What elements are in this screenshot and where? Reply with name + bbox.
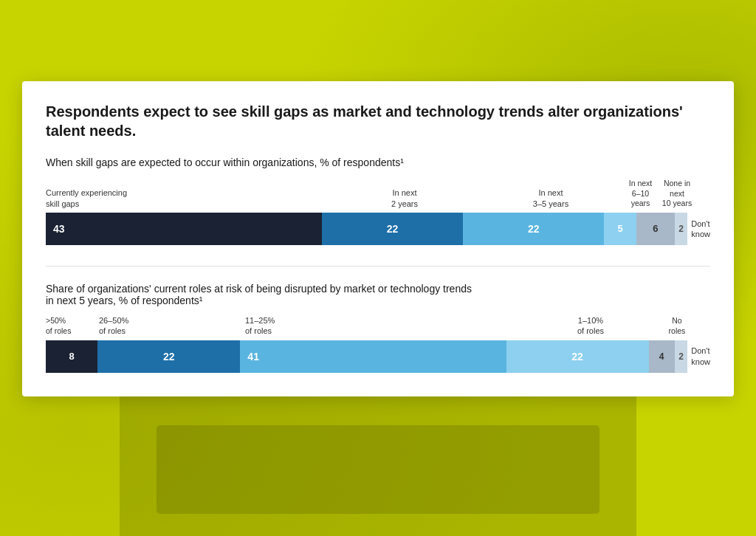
- chart2-bar: 8 22 41 22 4 2 Don't know: [46, 340, 710, 373]
- chart2-seg-1: 22: [97, 340, 240, 373]
- chart1-seg-0: 43: [46, 213, 322, 245]
- bg-keyboard: [157, 425, 599, 514]
- chart2-seg-3: 22: [506, 340, 649, 373]
- chart2-col-labels: >50% of roles 26–50% of roles 11–25% of …: [46, 315, 710, 337]
- chart2-label-2: 11–25% of roles: [245, 315, 518, 337]
- chart1-label-4: None in next 10 years: [657, 179, 697, 209]
- chart1-label-1: In next 2 years: [331, 188, 478, 209]
- section-divider: [46, 266, 710, 267]
- chart2-dont-know-label: Don't know: [691, 340, 710, 373]
- chart1-seg-4: 6: [636, 213, 675, 245]
- card: Respondents expect to see skill gaps as …: [22, 81, 734, 396]
- chart1-section: When skill gaps are expected to occur wi…: [46, 157, 710, 245]
- chart2-section-title: Share of organizations' current roles at…: [46, 283, 710, 306]
- chart1-section-title: When skill gaps are expected to occur wi…: [46, 157, 710, 168]
- chart1-seg-1: 22: [322, 213, 463, 245]
- chart2-section: Share of organizations' current roles at…: [46, 283, 710, 373]
- chart1-label-0: Currently experiencing skill gaps: [46, 188, 331, 209]
- chart1-dont-know-label: Don't know: [691, 213, 710, 245]
- card-title: Respondents expect to see skill gaps as …: [46, 102, 710, 140]
- chart1-seg-5: 2: [675, 213, 687, 245]
- chart2-label-1: 26–50% of roles: [99, 315, 245, 337]
- chart1-col-labels: Currently experiencing skill gaps In nex…: [46, 179, 710, 209]
- chart1-bar: 43 22 22 5 6 2 Don't know: [46, 213, 710, 245]
- chart2-seg-5: 2: [675, 340, 688, 373]
- chart1-label-3: In next 6–10 years: [624, 179, 657, 209]
- chart1-seg-2: 22: [463, 213, 604, 245]
- chart2-seg-0: 8: [46, 340, 97, 373]
- chart2-label-4: No roles: [664, 316, 690, 336]
- chart2-label-0: >50% of roles: [46, 316, 99, 336]
- chart2-seg-2: 41: [240, 340, 506, 373]
- chart2-seg-4: 4: [649, 340, 675, 373]
- chart2-label-3: 1–10% of roles: [518, 315, 664, 337]
- chart1-label-2: In next 3–5 years: [478, 188, 624, 209]
- chart1-seg-3: 5: [604, 213, 636, 245]
